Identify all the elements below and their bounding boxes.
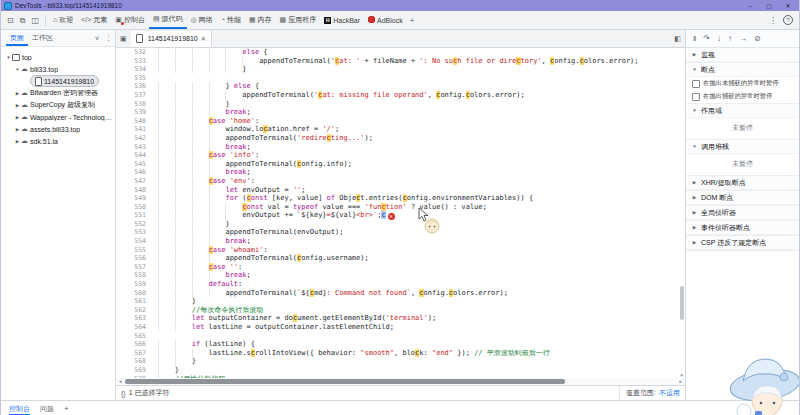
line-number[interactable]: 557 xyxy=(116,263,150,272)
breakpoint-margin[interactable] xyxy=(150,263,158,272)
breakpoint-margin[interactable] xyxy=(150,74,158,83)
line-number[interactable]: 533 xyxy=(116,57,150,66)
tab-performance[interactable]: ◔性能 xyxy=(217,11,245,29)
breakpoint-margin[interactable] xyxy=(150,82,158,91)
breakpoint-margin[interactable] xyxy=(150,125,158,134)
code-text[interactable]: } xyxy=(158,100,685,109)
line-number[interactable]: 562 xyxy=(116,306,150,315)
line-number[interactable]: 569 xyxy=(116,366,150,375)
vertical-scrollbar-thumb[interactable] xyxy=(680,286,684,320)
breakpoint-margin[interactable] xyxy=(150,160,158,169)
line-number[interactable]: 560 xyxy=(116,289,150,298)
breakpoint-margin[interactable] xyxy=(150,375,158,378)
breakpoint-margin[interactable] xyxy=(150,65,158,74)
line-number[interactable]: 535 xyxy=(116,74,150,83)
code-text[interactable]: } else { xyxy=(158,82,685,91)
code-text[interactable]: case 'info': xyxy=(158,151,685,160)
code-text[interactable]: //属性分析代码 xyxy=(158,375,685,378)
horizontal-scrollbar[interactable]: ◄ ► xyxy=(116,378,685,385)
disclosure-triangle-icon[interactable]: ▶ xyxy=(14,91,21,96)
line-number[interactable]: 546 xyxy=(116,168,150,177)
code-text[interactable]: envOutput += `${key}=${val}<br>`;c✕ xyxy=(158,211,685,220)
code-text[interactable]: } xyxy=(158,366,685,375)
help-icon[interactable]: ? xyxy=(783,15,793,25)
breakpoint-margin[interactable] xyxy=(150,306,158,315)
section-header-event-listener-breakpoints[interactable]: ▶事件侦听器断点 xyxy=(686,221,799,235)
drawer-add-tab-icon[interactable]: + xyxy=(64,404,69,413)
tree-item-sdk-51-la[interactable]: ▶☁sdk.51.la xyxy=(1,135,115,147)
disclosure-triangle-icon[interactable]: ▶ xyxy=(14,115,21,120)
line-number[interactable]: 553 xyxy=(116,228,150,237)
breakpoint-margin[interactable] xyxy=(150,211,158,220)
toggle-sidebar-icon[interactable]: ◧ xyxy=(670,35,685,43)
tab-sources[interactable]: ▤源代码 xyxy=(149,11,187,29)
code-text[interactable]: break; xyxy=(158,271,685,280)
step-icon[interactable]: → xyxy=(739,34,747,43)
disclosure-triangle-icon[interactable]: ▼ xyxy=(5,55,12,60)
line-number[interactable]: 542 xyxy=(116,134,150,143)
chevron-down-icon[interactable]: ˅ xyxy=(92,35,102,42)
breakpoint-margin[interactable] xyxy=(150,48,158,57)
code-text[interactable]: case '': xyxy=(158,263,685,272)
code-text[interactable]: appendToTerminal('cat: ' + fileName + ':… xyxy=(158,57,685,66)
code-text[interactable]: appendToTerminal(`${cmd}: Command not fo… xyxy=(158,289,685,298)
code-text[interactable]: case 'home': xyxy=(158,117,685,126)
line-number[interactable]: 540 xyxy=(116,117,150,126)
code-text[interactable]: let outputContainer = document.getElemen… xyxy=(158,314,685,323)
step-out-icon[interactable]: ↑ xyxy=(728,34,732,43)
tab-hackbar[interactable]: HHackBar xyxy=(320,11,364,29)
section-header-csp-violation-breakpoints[interactable]: ▶CSP 违反了规定断点 xyxy=(686,236,799,250)
code-text[interactable]: appendToTerminal(config.username); xyxy=(158,254,685,263)
line-number[interactable]: 549 xyxy=(116,194,150,203)
line-number[interactable]: 568 xyxy=(116,357,150,366)
line-number[interactable]: 570 xyxy=(116,375,150,378)
device-toolbar-icon[interactable]: ⧉ xyxy=(17,12,29,29)
code-text[interactable]: lastLine.scrollIntoView({ behavior: "smo… xyxy=(158,349,685,358)
line-number[interactable]: 548 xyxy=(116,186,150,195)
section-header-dom-breakpoints[interactable]: ▶DOM 断点 xyxy=(686,191,799,205)
line-number[interactable]: 567 xyxy=(116,349,150,358)
code-text[interactable]: appendToTerminal(envOutput); xyxy=(158,228,685,237)
tab-adblock[interactable]: AdBlock xyxy=(364,11,407,29)
line-number[interactable]: 537 xyxy=(116,91,150,100)
tree-item-bili33-top[interactable]: ▼☁bili33.top xyxy=(1,63,115,75)
code-text[interactable]: else { xyxy=(158,48,685,57)
breakpoint-margin[interactable] xyxy=(150,91,158,100)
inspect-element-icon[interactable]: ⊡ xyxy=(4,12,17,29)
line-number[interactable]: 565 xyxy=(116,332,150,341)
code-text[interactable]: //每次命令执行后滚动 xyxy=(158,306,685,315)
checkbox[interactable] xyxy=(692,93,700,101)
breakpoint-margin[interactable] xyxy=(150,168,158,177)
tree-item-file-1145141919810[interactable]: 1145141919810 xyxy=(1,75,115,87)
code-text[interactable]: } xyxy=(158,65,685,74)
dock-side-icon[interactable]: ◫ xyxy=(28,12,42,29)
drawer-tab-console[interactable]: 控制台 xyxy=(9,401,30,415)
line-number[interactable]: 547 xyxy=(116,177,150,186)
breakpoint-margin[interactable] xyxy=(150,143,158,152)
section-header-xhr-breakpoints[interactable]: ▶XHR/提取断点 xyxy=(686,176,799,190)
breakpoint-margin[interactable] xyxy=(150,57,158,66)
editor-group-icon[interactable]: ▣ xyxy=(116,35,131,43)
breakpoint-margin[interactable] xyxy=(150,357,158,366)
code-text[interactable]: break; xyxy=(158,237,685,246)
scroll-right-icon[interactable]: ► xyxy=(678,379,684,384)
line-number[interactable]: 563 xyxy=(116,314,150,323)
breakpoint-margin[interactable] xyxy=(150,108,158,117)
coverage-value[interactable]: 不适用 xyxy=(659,388,680,398)
code-text[interactable]: appendToTerminal(config.info); xyxy=(158,160,685,169)
section-header-callstack[interactable]: ▼调用堆栈 xyxy=(686,140,799,154)
deactivate-breakpoints-icon[interactable]: ⊘ xyxy=(754,34,761,43)
breakpoint-margin[interactable] xyxy=(150,297,158,306)
breakpoint-margin[interactable] xyxy=(150,323,158,332)
code-text[interactable]: let envOutput = ''; xyxy=(158,186,685,195)
checkbox[interactable] xyxy=(692,80,700,88)
breakpoint-margin[interactable] xyxy=(150,177,158,186)
line-number[interactable]: 534 xyxy=(116,65,150,74)
code-text[interactable]: case 'env': xyxy=(158,177,685,186)
horizontal-scrollbar-thumb[interactable] xyxy=(125,379,565,384)
pause-icon[interactable]: ‖ xyxy=(693,34,696,43)
breakpoint-margin[interactable] xyxy=(150,186,158,195)
disclosure-triangle-icon[interactable]: ▼ xyxy=(14,67,21,72)
line-number[interactable]: 554 xyxy=(116,237,150,246)
pretty-print-icon[interactable]: { } xyxy=(121,390,125,397)
